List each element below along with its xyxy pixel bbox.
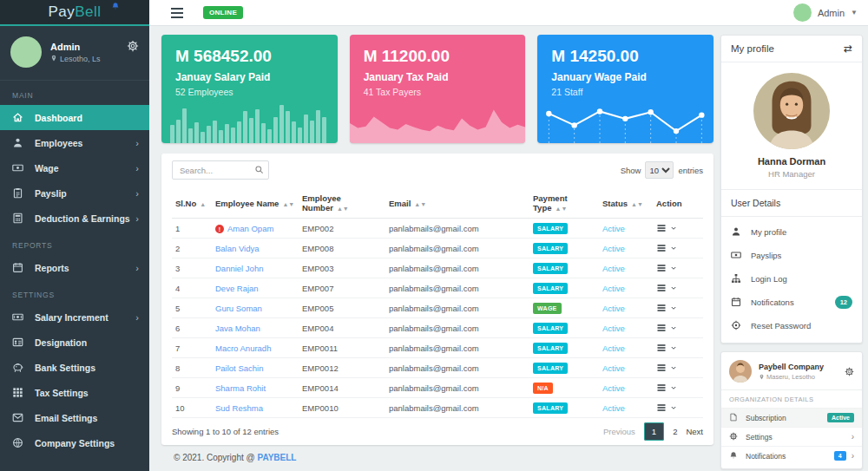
footer-brand-link[interactable]: PAYBELL	[257, 453, 296, 462]
employee-name-link[interactable]: Sud Reshma	[215, 403, 263, 413]
column-header-action: Action	[653, 188, 703, 219]
listmenu-icon	[656, 303, 667, 313]
employee-name-link[interactable]: Aman Opam	[227, 224, 273, 233]
chevron-right-icon: ›	[135, 263, 139, 273]
bank-icon	[12, 362, 24, 374]
sidebar-item-deduction-earnings[interactable]: Deduction & Earnings›	[0, 206, 149, 231]
sidebar-item-company-settings[interactable]: Company Settings	[0, 430, 149, 455]
bar	[249, 118, 253, 143]
my-profile-card: My profile ⇄ Hanna Dorman HR Manager Use…	[720, 35, 863, 343]
cell-employee-name: Balan Vidya	[212, 239, 299, 258]
company-settings-gear-icon[interactable]	[845, 367, 854, 376]
row-action-menu[interactable]	[656, 343, 700, 353]
cell-email: panlabmails@gmail.com	[385, 398, 529, 418]
employee-name-link[interactable]: Pailot Sachin	[215, 363, 263, 373]
cell-slno: 5	[172, 298, 212, 318]
row-action-menu[interactable]	[656, 303, 700, 313]
row-action-menu[interactable]	[656, 243, 700, 253]
person-icon	[731, 226, 742, 238]
employee-name-link[interactable]: Guru Soman	[215, 304, 262, 313]
sidebar-item-employees[interactable]: Employees›	[0, 130, 149, 155]
table-row: 3Danniel JohnEMP003panlabmails@gmail.com…	[172, 258, 703, 278]
sidebar-item-email-settings[interactable]: Email Settings	[0, 405, 149, 430]
column-header-employee-name[interactable]: Employee Name▲▼	[212, 188, 299, 219]
listmenu-icon	[656, 343, 667, 353]
users-icon	[12, 137, 24, 149]
sidebar-item-payslip[interactable]: Payslip›	[0, 180, 149, 206]
pagination-page-1[interactable]: 1	[644, 422, 664, 441]
page-size-select[interactable]: 10	[645, 161, 674, 179]
column-header-email[interactable]: Email▲▼	[385, 188, 529, 219]
bar	[201, 132, 205, 143]
user-details-item-login-log[interactable]: Login Log	[721, 267, 862, 291]
chevron-right-icon: ›	[135, 138, 139, 148]
cell-action	[653, 278, 703, 298]
row-action-menu[interactable]	[656, 283, 700, 293]
column-header-status[interactable]: Status▲▼	[599, 188, 653, 219]
payment-type-badge: SALARY	[533, 283, 568, 294]
row-action-menu[interactable]	[656, 223, 700, 233]
swap-arrows-icon[interactable]: ⇄	[844, 43, 852, 54]
employee-name-link[interactable]: Sharma Rohit	[215, 383, 266, 393]
cell-status: Active	[599, 278, 653, 298]
chevdownsm-icon	[670, 285, 677, 291]
sidebar-item-designation[interactable]: Designation	[0, 330, 149, 355]
pagination-page-2[interactable]: 2	[673, 427, 677, 436]
sidebar-item-salary-increment[interactable]: Salary Increment›	[0, 304, 149, 330]
column-header-sl-no[interactable]: Sl.No▲	[172, 188, 212, 219]
user-details-item-payslips[interactable]: Payslips	[721, 244, 862, 267]
profile-settings-gear-icon[interactable]	[127, 40, 139, 56]
payment-type-badge: SALARY	[533, 402, 568, 414]
user-details-item-my-profile[interactable]: My profile	[721, 220, 862, 244]
company-icon	[12, 437, 24, 449]
employee-name-link[interactable]: Danniel John	[215, 264, 263, 273]
app-logo: PayBell	[48, 3, 101, 21]
listmenu-icon	[656, 283, 667, 293]
org-item-notifications[interactable]: Notifications4›	[721, 446, 862, 465]
row-action-menu[interactable]	[656, 263, 700, 273]
row-action-menu[interactable]	[656, 363, 700, 373]
tax-paid-card: M 11200.00 January Tax Paid 41 Tax Payer…	[350, 35, 526, 143]
row-action-menu[interactable]	[656, 323, 700, 333]
user-details-item-reset-password[interactable]: Reset Password	[721, 314, 862, 337]
user-menu[interactable]: Admin ▼	[793, 3, 858, 22]
employee-name-link[interactable]: Balan Vidya	[215, 244, 260, 253]
menu-toggle-icon[interactable]	[170, 7, 184, 19]
sidebar-item-label: Tax Settings	[35, 388, 89, 398]
employee-name-link[interactable]: Macro Anuradh	[215, 343, 271, 353]
column-header-employee-number[interactable]: Employee Number▲▼	[299, 188, 385, 219]
cell-slno: 3	[172, 258, 212, 278]
row-action-menu[interactable]	[656, 383, 700, 393]
chevdownsm-icon	[670, 404, 677, 411]
user-details-label: My profile	[751, 227, 786, 237]
employee-name-link[interactable]: Deve Rajan	[215, 284, 259, 293]
pagination-previous[interactable]: Previous	[603, 427, 635, 436]
cell-status: Active	[599, 318, 653, 338]
sidebar-item-reports[interactable]: Reports›	[0, 255, 149, 280]
sidebar-item-tax-settings[interactable]: Tax Settings	[0, 380, 149, 405]
employee-name-link[interactable]: Java Mohan	[215, 324, 260, 333]
payment-type-badge: SALARY	[533, 323, 568, 334]
cell-action	[653, 398, 703, 418]
column-header-payment-type[interactable]: Payment Type▲▼	[529, 188, 599, 219]
chevdownsm-icon	[670, 364, 677, 371]
sidebar-item-bank-settings[interactable]: Bank Settings	[0, 355, 149, 380]
user-details-title: User Details	[721, 190, 862, 217]
chevron-right-icon: ›	[135, 188, 139, 199]
sidebar-item-wage[interactable]: Wage›	[0, 155, 149, 180]
sidebar-item-dashboard[interactable]: Dashboard	[0, 105, 149, 130]
pagination-next[interactable]: Next	[686, 427, 703, 436]
org-item-subscription[interactable]: SubscriptionActive	[721, 408, 862, 427]
sort-icon: ▲▼	[555, 206, 567, 212]
cell-employee-name: Pailot Sachin	[212, 358, 299, 378]
cell-payment-type: SALARY	[529, 318, 599, 338]
row-action-menu[interactable]	[656, 402, 700, 413]
bar	[304, 114, 308, 143]
location-pin-icon	[50, 55, 57, 63]
cell-employee-number: EMP0011	[299, 338, 385, 358]
table-row: 8Pailot SachinEMP0012panlabmails@gmail.c…	[172, 358, 703, 378]
my-profile-title: My profile	[731, 43, 774, 54]
topbar: ONLINE Admin ▼	[149, 0, 868, 26]
user-details-item-notificatons[interactable]: Notificatons12	[721, 291, 862, 314]
org-item-settings[interactable]: Settings›	[721, 427, 862, 446]
